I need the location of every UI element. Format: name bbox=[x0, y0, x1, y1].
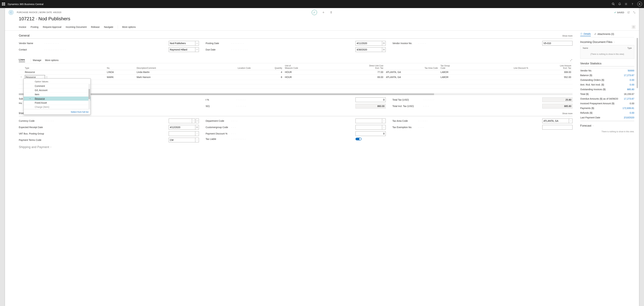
currency-lookup[interactable]: ⋯ bbox=[196, 119, 199, 123]
col-taxgrp[interactable]: Tax GroupCode bbox=[439, 63, 476, 70]
stat-value[interactable]: 17,273.87 bbox=[624, 74, 634, 77]
action-request-approval[interactable]: Request Approval bbox=[43, 26, 62, 28]
stat-value[interactable]: 0.00 bbox=[630, 79, 634, 81]
col-loc[interactable]: Location Code bbox=[204, 63, 252, 70]
stat-value[interactable]: 0.00 bbox=[630, 83, 634, 86]
dept-input[interactable] bbox=[356, 119, 382, 123]
tab-lines[interactable]: Lines bbox=[19, 58, 25, 62]
vendor-invoice-no-input[interactable] bbox=[542, 41, 572, 46]
col-taxarea[interactable]: Tax Area Code bbox=[385, 63, 439, 70]
vat-chevron[interactable] bbox=[195, 131, 199, 136]
stat-value[interactable]: 172,839.81 bbox=[622, 107, 634, 109]
side-scrollbar[interactable] bbox=[636, 38, 638, 88]
incoming-empty-msg: (There is nothing to show in this view) bbox=[583, 49, 632, 57]
app-launcher-icon[interactable] bbox=[2, 2, 5, 5]
stat-value[interactable]: 2/10/2020 bbox=[624, 116, 634, 119]
disc-pct-input[interactable] bbox=[356, 97, 386, 102]
search-icon[interactable] bbox=[612, 2, 615, 5]
option-gl-account[interactable]: G/L Account bbox=[24, 88, 90, 92]
info-icon[interactable] bbox=[632, 25, 636, 29]
stat-key: Balance ($) bbox=[580, 74, 624, 77]
back-button[interactable] bbox=[8, 10, 14, 15]
taxarea-input[interactable] bbox=[542, 119, 569, 123]
option-comment[interactable]: Comment bbox=[24, 84, 90, 88]
incoming-docs-header[interactable]: Incoming Document Files bbox=[580, 37, 634, 45]
section-general-header[interactable]: General Show more bbox=[19, 32, 572, 38]
row-menu-icon[interactable]: ⋮ bbox=[45, 76, 49, 78]
tab-manage[interactable]: Manage bbox=[33, 59, 42, 61]
vat-input[interactable] bbox=[169, 131, 195, 136]
vendor-name-input[interactable] bbox=[169, 41, 195, 46]
delete-icon[interactable] bbox=[330, 11, 332, 14]
cust-chevron[interactable] bbox=[382, 125, 386, 130]
grid-scrollbar[interactable] bbox=[19, 93, 572, 95]
action-posting[interactable]: Posting bbox=[30, 26, 38, 28]
col-disc[interactable]: Line Discount % bbox=[476, 63, 530, 70]
gear-icon[interactable] bbox=[624, 2, 628, 5]
contact-input[interactable] bbox=[169, 47, 195, 52]
col-uom[interactable]: Unit ofMeasure Code bbox=[284, 63, 333, 70]
collapse-icon[interactable] bbox=[633, 11, 636, 14]
option-charge-item[interactable]: Charge (Item) bbox=[24, 105, 90, 109]
posting-date-input[interactable] bbox=[356, 41, 382, 46]
terms-chevron[interactable] bbox=[195, 138, 199, 142]
tab-attachments[interactable]: Attachments (0) bbox=[594, 32, 614, 36]
line-row-empty[interactable] bbox=[19, 80, 572, 84]
currency-chevron[interactable] bbox=[192, 119, 195, 123]
stat-value[interactable]: 0.00 bbox=[630, 111, 634, 114]
currency-input[interactable] bbox=[169, 119, 192, 123]
vendor-name-lookup[interactable]: ⋯ bbox=[195, 41, 199, 46]
exempt-input[interactable] bbox=[542, 125, 572, 130]
due-date-input[interactable] bbox=[356, 47, 382, 52]
posting-date-picker[interactable] bbox=[382, 41, 386, 46]
stat-row: Amt. Rcd. Not Invd. ($)0.00 bbox=[580, 82, 634, 87]
bell-icon[interactable] bbox=[618, 2, 621, 5]
invoice-details-show-more[interactable]: Show more bbox=[562, 112, 572, 115]
action-release[interactable]: Release bbox=[91, 26, 100, 28]
stat-value[interactable]: 50000 bbox=[628, 69, 634, 72]
action-invoice[interactable]: Invoice bbox=[19, 26, 26, 28]
vendor-stats-header[interactable]: Vendor Statistics bbox=[580, 59, 634, 66]
line-row-active[interactable]: Resource ⋮ Option Values Comment G/L Acc… bbox=[19, 74, 572, 80]
select-full-list[interactable]: Select from full list bbox=[24, 109, 90, 114]
maximize-lines-icon[interactable] bbox=[570, 59, 572, 61]
cust-input[interactable] bbox=[356, 125, 382, 130]
tab-details[interactable]: Details bbox=[580, 32, 591, 36]
action-navigate[interactable]: Navigate bbox=[104, 26, 113, 28]
user-avatar[interactable]: IK bbox=[637, 2, 642, 6]
forecast-header[interactable]: Forecast bbox=[580, 121, 634, 129]
option-fixed-asset[interactable]: Fixed Asset bbox=[24, 101, 90, 105]
popout-icon[interactable] bbox=[627, 11, 630, 14]
col-no[interactable]: No. bbox=[106, 63, 135, 70]
dept-chevron[interactable] bbox=[382, 119, 386, 123]
line-row-empty[interactable] bbox=[19, 84, 572, 88]
general-show-more[interactable]: Show more bbox=[562, 35, 572, 37]
tax-liable-toggle[interactable] bbox=[356, 138, 362, 140]
due-date-picker[interactable] bbox=[382, 47, 386, 52]
option-item[interactable]: Item bbox=[24, 92, 90, 97]
col-type[interactable]: Type bbox=[24, 63, 106, 70]
section-shipping-header[interactable]: Shipping and Payment bbox=[19, 144, 572, 150]
expected-date-picker[interactable] bbox=[195, 125, 199, 130]
tab-lines-more[interactable]: More options bbox=[45, 59, 58, 61]
col-desc[interactable]: Description/Comment bbox=[135, 63, 204, 70]
line-row[interactable]: Resource LINDA Linda Martin 4 HOUR 77.00… bbox=[19, 70, 572, 74]
line-row-empty[interactable] bbox=[19, 88, 572, 93]
col-qty[interactable]: Quantity bbox=[252, 63, 284, 70]
expected-input[interactable] bbox=[169, 125, 195, 130]
edit-button[interactable] bbox=[312, 10, 317, 15]
action-incoming-document[interactable]: Incoming Document bbox=[66, 26, 87, 28]
col-cost[interactable]: Direct Unit CostExcl. Tax bbox=[333, 63, 384, 70]
action-more-options[interactable]: More options bbox=[122, 26, 136, 28]
stat-value[interactable]: 17,273.87 bbox=[624, 97, 634, 100]
section-invoice-details-header[interactable]: Invoice Details Show more bbox=[19, 110, 572, 116]
contact-lookup[interactable]: ⋯ bbox=[195, 47, 199, 52]
terms-input[interactable] bbox=[169, 138, 195, 142]
help-icon[interactable] bbox=[631, 2, 634, 5]
taxarea-chevron[interactable] bbox=[569, 119, 572, 123]
pdisc-input[interactable] bbox=[356, 131, 386, 136]
new-icon[interactable] bbox=[322, 11, 325, 14]
col-amt[interactable]: Line AmountExcl. Tax bbox=[530, 63, 572, 70]
stat-value[interactable]: 885.80 bbox=[627, 88, 634, 91]
option-resource[interactable]: Resource bbox=[24, 97, 90, 101]
